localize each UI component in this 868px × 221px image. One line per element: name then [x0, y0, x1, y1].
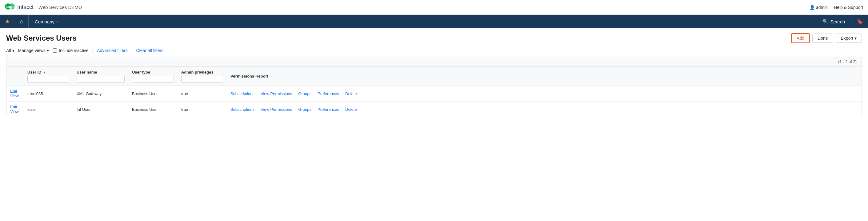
include-inactive-checkbox-label[interactable]: Include inactive: [53, 48, 89, 53]
adminpriv-column-header: Admin privileges: [178, 67, 227, 86]
page-actions: Add Done Export ▾: [791, 33, 862, 43]
clear-all-filters-link[interactable]: Clear all filters: [136, 48, 163, 53]
row1-subscriptions-link[interactable]: Subscriptions: [230, 91, 254, 96]
export-button[interactable]: Export ▾: [836, 34, 862, 43]
record-count: (1 - 2 of 2): [6, 57, 862, 67]
manage-views-label: Manage views: [18, 48, 46, 53]
logo-area: sage Intacct Web Services DEMO: [5, 2, 82, 13]
row1-edit-link[interactable]: Edit: [10, 89, 17, 94]
userid-filter: [27, 74, 69, 83]
company-label: Company: [35, 19, 55, 24]
all-label: All: [6, 48, 11, 53]
table-header: User ID ▾ User name Use: [6, 67, 862, 86]
svg-text:sage: sage: [5, 4, 15, 9]
manage-views-dropdown[interactable]: Manage views ▾: [18, 48, 49, 53]
row1-userid: ernel035: [24, 86, 73, 102]
search-button[interactable]: 🔍 Search: [816, 15, 851, 28]
nav-left: ★ ⌂ Company ▾: [0, 15, 64, 28]
username-filter: [76, 74, 125, 83]
home-icon: ⌂: [20, 19, 23, 25]
home-button[interactable]: ⌂: [15, 15, 29, 28]
row2-userid: iuser: [24, 102, 73, 117]
userid-label: User ID: [27, 70, 41, 74]
favorites-button[interactable]: ★: [0, 15, 15, 28]
search-icon: 🔍: [823, 19, 828, 24]
row1-username: XML Gateway: [73, 86, 128, 102]
include-inactive-label: Include inactive: [59, 48, 89, 53]
admin-link[interactable]: 👤 admin: [810, 5, 828, 10]
row2-edit-link[interactable]: Edit: [10, 105, 17, 109]
separator-2: |: [131, 48, 133, 53]
include-inactive-checkbox[interactable]: [53, 48, 57, 53]
userid-sort-icon[interactable]: ▾: [44, 70, 45, 74]
bookmark-button[interactable]: 🔖: [851, 15, 868, 28]
admin-label[interactable]: admin: [816, 5, 828, 10]
adminpriv-header-label: Admin privileges: [181, 70, 223, 74]
row1-adminpriv: true: [178, 86, 227, 102]
row1-view-link[interactable]: View: [10, 94, 19, 98]
sage-logo: sage Intacct: [5, 2, 34, 13]
username-header-label: User name: [76, 70, 125, 74]
checkbox-column-header: [6, 67, 24, 86]
row2-view-permissions-link[interactable]: View Permissions: [260, 107, 292, 112]
done-button[interactable]: Done: [812, 34, 833, 43]
permissions-header-label: Permissions Report: [230, 74, 858, 78]
row2-groups-link[interactable]: Groups: [298, 107, 311, 112]
person-icon: 👤: [810, 5, 815, 10]
advanced-filters-link[interactable]: Advanced filters: [97, 48, 128, 53]
username-column-header: User name: [73, 67, 128, 86]
search-label: Search: [830, 19, 845, 24]
company-nav-item[interactable]: Company ▾: [29, 15, 64, 28]
row1-preferences-link[interactable]: Preferences: [317, 91, 339, 96]
username-filter-input[interactable]: [76, 76, 125, 83]
usertype-filter: [132, 74, 174, 83]
nav-bar: ★ ⌂ Company ▾ 🔍 Search 🔖: [0, 15, 868, 28]
row2-adminpriv: true: [178, 102, 227, 117]
userid-column-header: User ID ▾: [24, 67, 73, 86]
separator-1: |: [92, 48, 94, 53]
row1-permissions-links: Subscriptions View Permissions Groups Pr…: [230, 91, 858, 96]
row2-usertype: Business User: [128, 102, 178, 117]
filter-bar: All ▾ Manage views ▾ Include inactive | …: [6, 48, 862, 53]
row2-username: Int User: [73, 102, 128, 117]
row2-permissions-links: Subscriptions View Permissions Groups Pr…: [230, 107, 858, 112]
sage-icon: sage: [5, 2, 16, 11]
row1-actions-edit-view: Edit View: [6, 86, 24, 102]
intacct-wordmark: Intacct: [17, 4, 34, 10]
usertype-column-header: User type: [128, 67, 178, 86]
help-support-link[interactable]: Help & Support: [834, 5, 863, 10]
userid-filter-input[interactable]: [27, 76, 69, 83]
all-filter-dropdown[interactable]: All ▾: [6, 48, 14, 53]
row2-actions-edit-view: Edit View: [6, 102, 24, 117]
company-chevron-icon: ▾: [56, 20, 58, 24]
manage-views-chevron-icon: ▾: [47, 48, 49, 53]
adminpriv-filter-input[interactable]: [181, 76, 223, 83]
column-headers-row: User ID ▾ User name Use: [6, 67, 862, 86]
permissions-column-header: Permissions Report: [227, 67, 862, 86]
row2-delete-link[interactable]: Delete: [345, 107, 357, 112]
users-table: User ID ▾ User name Use: [6, 67, 862, 117]
row1-delete-link[interactable]: Delete: [345, 91, 357, 96]
userid-header-label: User ID ▾: [27, 70, 69, 74]
row1-groups-link[interactable]: Groups: [298, 91, 311, 96]
all-chevron-icon: ▾: [12, 48, 14, 53]
top-header: sage Intacct Web Services DEMO 👤 admin H…: [0, 0, 868, 15]
row2-view-link[interactable]: View: [10, 109, 19, 114]
table-row: Edit View ernel035 XML Gateway Business …: [6, 86, 862, 102]
export-chevron-icon: ▾: [855, 36, 857, 41]
sage-wordmark: sage: [5, 2, 16, 13]
usertype-header-label: User type: [132, 70, 174, 74]
row2-subscriptions-link[interactable]: Subscriptions: [230, 107, 254, 112]
add-button[interactable]: Add: [791, 33, 810, 43]
row2-preferences-link[interactable]: Preferences: [317, 107, 339, 112]
page-header: Web Services Users Add Done Export ▾: [6, 33, 862, 43]
usertype-filter-input[interactable]: [132, 76, 174, 83]
table-container: (1 - 2 of 2) User ID ▾ User: [6, 57, 862, 117]
row1-permissions-actions: Subscriptions View Permissions Groups Pr…: [227, 86, 862, 102]
nav-right: 🔍 Search 🔖: [816, 15, 868, 28]
bookmark-icon: 🔖: [856, 18, 863, 25]
table-body: Edit View ernel035 XML Gateway Business …: [6, 86, 862, 117]
row1-view-permissions-link[interactable]: View Permissions: [260, 91, 292, 96]
row2-permissions-actions: Subscriptions View Permissions Groups Pr…: [227, 102, 862, 117]
page-content: Web Services Users Add Done Export ▾ All…: [0, 28, 868, 122]
